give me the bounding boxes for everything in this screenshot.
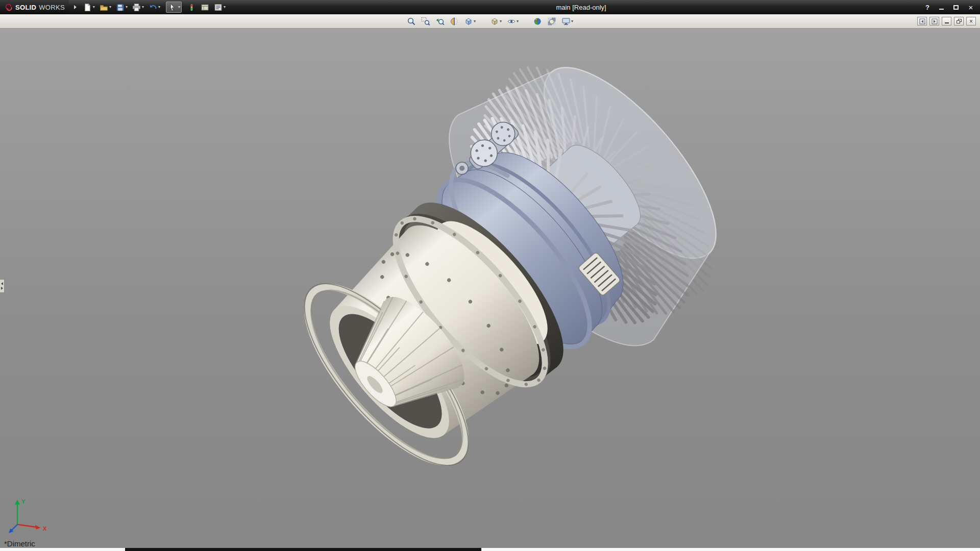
close-button[interactable]: × xyxy=(966,3,976,11)
document-window-controls: × xyxy=(917,17,976,26)
zoom-to-fit-icon xyxy=(407,17,416,26)
title-bar: SOLIDWORKS ▾ ▾ xyxy=(0,0,980,14)
apply-scene-button[interactable] xyxy=(546,15,557,28)
view-settings-button[interactable]: ▾ xyxy=(560,15,574,28)
expand-arrow-icon xyxy=(1,287,3,290)
undo-arrow-icon xyxy=(149,3,157,12)
new-document-button[interactable]: ▾ xyxy=(82,1,96,13)
minimize-button[interactable] xyxy=(936,3,946,11)
heads-up-toolbar: ▾ ▾ ▾ xyxy=(0,14,980,29)
close-icon: × xyxy=(969,4,973,11)
view-settings-icon xyxy=(561,17,571,26)
dropdown-caret-icon[interactable]: ▾ xyxy=(142,5,144,9)
selection-filter-icon xyxy=(187,3,196,12)
previous-view-button[interactable] xyxy=(434,15,446,28)
dropdown-caret-icon[interactable]: ▾ xyxy=(126,5,128,9)
featuremanager-splitter[interactable] xyxy=(0,279,5,293)
solidworks-logo: SOLIDWORKS xyxy=(0,0,69,14)
apply-scene-icon xyxy=(547,17,556,26)
maximize-button[interactable] xyxy=(951,3,961,11)
orientation-triad: Y X xyxy=(6,496,53,536)
dropdown-caret-icon[interactable]: ▾ xyxy=(571,19,573,23)
new-document-icon xyxy=(83,3,92,12)
solidworks-window: SOLIDWORKS ▾ ▾ xyxy=(0,0,980,551)
selection-filter-button[interactable] xyxy=(186,1,198,13)
previous-window-button[interactable] xyxy=(917,17,927,26)
standard-toolbar: ▾ ▾ ▾ xyxy=(82,1,227,13)
zoom-to-area-icon xyxy=(421,17,430,26)
minimize-icon xyxy=(939,9,944,10)
dropdown-caret-icon[interactable]: ▾ xyxy=(178,5,180,9)
menu-expand-arrow-icon[interactable] xyxy=(74,5,77,9)
options-icon xyxy=(214,3,223,12)
zoom-to-fit-button[interactable] xyxy=(406,15,417,28)
options-button[interactable]: ▾ xyxy=(212,1,227,13)
y-axis-arrow-icon xyxy=(15,499,20,505)
dropdown-caret-icon[interactable]: ▾ xyxy=(517,19,519,23)
select-tool-button[interactable] xyxy=(167,1,177,13)
hide-show-items-button[interactable]: ▾ xyxy=(506,15,520,28)
previous-view-icon xyxy=(435,17,445,26)
edit-appearance-button[interactable] xyxy=(532,15,543,28)
previous-window-icon xyxy=(919,18,925,24)
brand-text-bold: SOLID xyxy=(15,4,36,11)
graphics-viewport[interactable]: Y X *Dimetric xyxy=(0,29,980,548)
dropdown-caret-icon[interactable]: ▾ xyxy=(93,5,95,9)
section-view-icon xyxy=(450,17,459,26)
zoom-to-area-button[interactable] xyxy=(420,15,431,28)
open-folder-icon xyxy=(100,3,108,12)
window-controls: ? × xyxy=(923,3,976,11)
restore-icon xyxy=(957,19,962,23)
view-orientation-label: *Dimetric xyxy=(4,539,35,548)
maximize-icon xyxy=(953,5,959,10)
file-properties-button[interactable] xyxy=(199,1,211,13)
display-style-button[interactable]: ▾ xyxy=(489,15,503,28)
taskbar-window-button[interactable] xyxy=(125,548,481,551)
dropdown-caret-icon[interactable]: ▾ xyxy=(474,19,476,23)
document-close-button[interactable]: × xyxy=(966,17,976,26)
view-tools: ▾ ▾ ▾ xyxy=(406,15,574,28)
jet-engine-model[interactable] xyxy=(0,29,980,548)
dropdown-caret-icon[interactable]: ▾ xyxy=(109,5,111,9)
dassault-logo-icon xyxy=(4,3,13,12)
edit-appearance-icon xyxy=(533,17,542,26)
print-icon xyxy=(132,3,141,12)
open-button[interactable]: ▾ xyxy=(98,1,113,13)
select-tool-group: ▾ xyxy=(166,2,182,13)
save-button[interactable]: ▾ xyxy=(114,1,129,13)
select-cursor-icon xyxy=(168,3,177,12)
close-icon: × xyxy=(969,18,973,24)
view-orientation-icon xyxy=(464,17,473,26)
view-orientation-button[interactable]: ▾ xyxy=(463,15,477,28)
display-style-icon xyxy=(490,17,499,26)
dropdown-caret-icon[interactable]: ▾ xyxy=(158,5,160,9)
x-axis-arrow-icon xyxy=(35,525,40,530)
file-properties-icon xyxy=(201,3,209,12)
x-axis-label: X xyxy=(43,525,47,532)
dropdown-caret-icon[interactable]: ▾ xyxy=(500,19,502,23)
dropdown-caret-icon[interactable]: ▾ xyxy=(224,5,226,9)
brand-text-light: WORKS xyxy=(39,4,65,11)
taskbar-strip xyxy=(0,548,980,551)
section-view-button[interactable] xyxy=(449,15,460,28)
document-minimize-button[interactable] xyxy=(942,17,951,26)
document-restore-button[interactable] xyxy=(954,17,964,26)
y-axis-label: Y xyxy=(21,498,26,505)
help-icon[interactable]: ? xyxy=(923,4,932,11)
save-floppy-icon xyxy=(116,3,125,12)
collapse-arrow-icon xyxy=(1,282,3,285)
next-window-icon xyxy=(932,18,938,24)
hide-show-items-icon xyxy=(507,17,516,26)
document-title: main [Read-only] xyxy=(556,4,606,11)
next-window-button[interactable] xyxy=(929,17,939,26)
undo-button[interactable]: ▾ xyxy=(147,1,162,13)
print-button[interactable]: ▾ xyxy=(131,1,145,13)
minimize-icon xyxy=(945,22,949,23)
